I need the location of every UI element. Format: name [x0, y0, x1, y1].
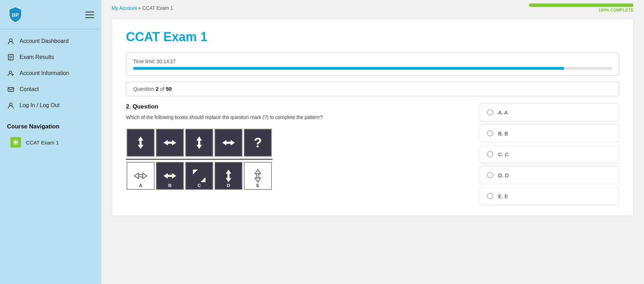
sidebar-item-label: Contact [20, 86, 39, 92]
answer-label-E: E. E [498, 193, 508, 199]
svg-point-10 [9, 103, 12, 106]
svg-marker-30 [193, 170, 198, 174]
sidebar-item-label: Account Dashboard [20, 38, 69, 44]
course-icon [10, 137, 21, 148]
sidebar-item-label: Account Information [20, 70, 69, 76]
answer-option-E[interactable]: E. E [480, 187, 619, 205]
person-icon [7, 37, 15, 45]
answer-option-A[interactable]: A. A [480, 103, 619, 121]
answer-options: A. A B. B C. C D. D [480, 103, 619, 205]
pattern-cell-1-1 [127, 129, 155, 157]
pattern-answer-D: D [215, 162, 242, 190]
sidebar-item-account-information[interactable]: Account Information [0, 65, 101, 81]
svg-rect-29 [168, 175, 172, 177]
progress-area: 100% COMPLETE [529, 3, 634, 13]
breadcrumb-my-account[interactable]: My Account [112, 5, 137, 11]
sidebar-item-account-dashboard[interactable]: Account Dashboard [0, 33, 101, 49]
radio-A[interactable] [487, 109, 493, 115]
document-icon [7, 53, 15, 61]
svg-text:BP: BP [12, 12, 19, 18]
svg-rect-9 [8, 88, 14, 91]
pattern-cell-1-2 [156, 129, 184, 157]
svg-marker-18 [196, 136, 202, 141]
svg-marker-36 [255, 178, 261, 182]
breadcrumb: My Account » CCAT Exam 1 [112, 5, 173, 11]
answer-option-D[interactable]: D. D [480, 166, 619, 184]
question-text: Which of the following boxes should repl… [126, 114, 469, 121]
pattern-cell-1-4 [215, 129, 242, 157]
answer-option-C[interactable]: C. C [480, 145, 619, 163]
svg-marker-16 [172, 140, 176, 145]
exam-title: CCAT Exam 1 [126, 30, 619, 44]
svg-marker-32 [226, 170, 231, 174]
answer-label-B: B. B [498, 130, 508, 136]
pattern-divider [126, 159, 272, 160]
svg-marker-13 [138, 145, 143, 149]
svg-marker-28 [172, 173, 176, 179]
question-heading: 2. Question [126, 103, 469, 110]
answer-label-C: C. C [498, 151, 509, 157]
sidebar-item-label: Log In / Log Out [20, 102, 60, 109]
envelope-icon [7, 85, 15, 93]
svg-marker-22 [231, 140, 235, 145]
progress-label: 100% COMPLETE [598, 8, 634, 13]
svg-marker-24 [134, 173, 138, 179]
question-left: 2. Question Which of the following boxes… [126, 103, 469, 205]
sidebar-item-login-logout[interactable]: Log In / Log Out [0, 97, 101, 113]
pattern-answer-E: E [244, 162, 272, 190]
course-navigation-heading: Course Navigation [0, 117, 101, 134]
question-section: 2. Question Which of the following boxes… [126, 103, 619, 205]
main-content: My Account » CCAT Exam 1 100% COMPLETE C… [101, 0, 644, 284]
pattern-answer-C: C [185, 162, 213, 190]
answer-label-A: A. A [498, 110, 508, 115]
pattern-row-2: A B [126, 161, 469, 190]
pattern-row-1: ? [126, 128, 469, 157]
exam-card: CCAT Exam 1 Time limit: 00:14:27 Questio… [112, 19, 634, 216]
timer-box: Time limit: 00:14:27 [126, 53, 619, 76]
svg-rect-20 [198, 141, 200, 145]
overall-progress-fill [529, 3, 634, 7]
question-counter: Question 2 of 50 [126, 81, 619, 96]
radio-B[interactable] [487, 130, 493, 136]
radio-D[interactable] [487, 172, 493, 178]
svg-rect-14 [140, 141, 142, 145]
timer-progress-bar [133, 67, 612, 70]
hamburger-menu[interactable] [85, 12, 94, 18]
answer-label-D: D. D [498, 172, 509, 178]
sidebar-header: BP [0, 0, 101, 30]
svg-rect-17 [168, 142, 172, 144]
svg-rect-26 [138, 175, 143, 177]
course-item-label: CCAT Exam 1 [26, 140, 59, 145]
overall-progress-bar [529, 3, 634, 7]
timer-progress-fill [133, 67, 564, 70]
svg-marker-12 [138, 136, 143, 141]
pattern-grid: ? [126, 128, 469, 190]
content-area: CCAT Exam 1 Time limit: 00:14:27 Questio… [101, 15, 644, 284]
sidebar-item-contact[interactable]: Contact [0, 81, 101, 97]
svg-rect-23 [226, 142, 231, 144]
svg-marker-27 [164, 173, 168, 179]
logo: BP [7, 6, 24, 23]
svg-point-1 [9, 39, 12, 42]
sidebar-item-exam-results[interactable]: Exam Results [0, 49, 101, 65]
answer-option-B[interactable]: B. B [480, 124, 619, 142]
person-circle-icon [7, 102, 15, 109]
person-add-icon [7, 69, 15, 77]
svg-rect-37 [257, 174, 259, 178]
pattern-cell-1-3 [185, 129, 213, 157]
svg-marker-19 [196, 145, 202, 149]
pattern-answer-B: B [156, 162, 184, 190]
radio-E[interactable] [487, 193, 493, 199]
svg-marker-21 [222, 140, 226, 145]
svg-point-6 [9, 71, 12, 74]
svg-marker-35 [255, 170, 261, 174]
radio-C[interactable] [487, 151, 493, 157]
sidebar-item-ccat-exam-1[interactable]: CCAT Exam 1 [0, 134, 101, 151]
svg-marker-25 [143, 173, 147, 179]
svg-marker-33 [226, 178, 231, 182]
timer-label: Time limit: 00:14:27 [133, 59, 612, 64]
sidebar-nav: Account Dashboard Exam Results Account I… [0, 30, 101, 117]
svg-marker-15 [164, 140, 168, 145]
sidebar: BP Account Dashboard Exam Results Accoun… [0, 0, 101, 284]
pattern-cell-1-5: ? [244, 129, 272, 157]
